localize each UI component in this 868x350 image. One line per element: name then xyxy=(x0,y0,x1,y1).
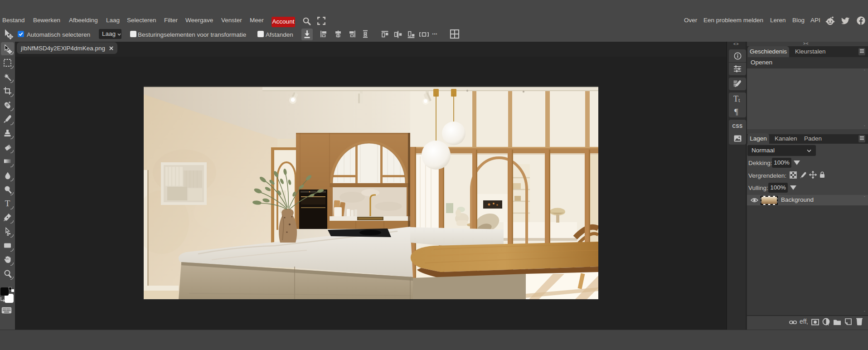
svg-text:¶: ¶ xyxy=(734,107,738,116)
svg-text:T: T xyxy=(733,94,738,103)
svg-text:T: T xyxy=(5,199,10,208)
svg-text:t: t xyxy=(738,96,740,103)
